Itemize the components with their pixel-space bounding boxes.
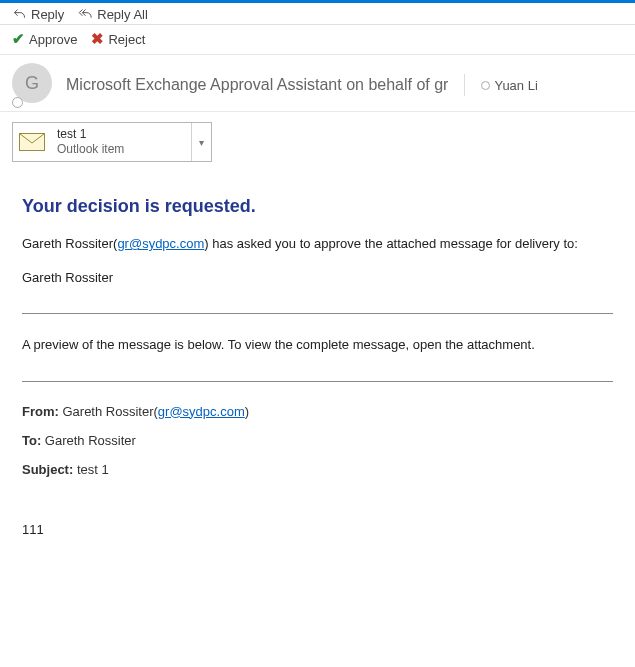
attachment-name: test 1 (57, 127, 185, 142)
toolbar: Reply Reply All (0, 3, 635, 25)
reply-all-button[interactable]: Reply All (78, 7, 148, 22)
delivery-recipient: Gareth Rossiter (22, 269, 613, 287)
reply-all-icon (78, 7, 93, 22)
reply-icon (12, 7, 27, 22)
presence-indicator-small (481, 81, 490, 90)
envelope-icon (13, 123, 51, 161)
divider (22, 381, 613, 382)
reply-button[interactable]: Reply (12, 7, 64, 22)
from-name-prefix: Gareth Rossiter( (59, 404, 158, 419)
avatar-wrap: G (12, 63, 56, 107)
avatar-initial: G (25, 73, 39, 94)
to-value: Gareth Rossiter (41, 433, 136, 448)
reply-all-label: Reply All (97, 7, 148, 22)
recipient-name: Yuan Li (494, 78, 537, 93)
approve-label: Approve (29, 32, 77, 47)
preview-from: From: Gareth Rossiter(gr@sydpc.com) (22, 404, 613, 419)
chevron-down-icon: ▾ (199, 137, 204, 148)
to-label: To: (22, 433, 41, 448)
decision-heading: Your decision is requested. (22, 196, 613, 217)
preview-content: 111 (22, 521, 613, 539)
subject-value: test 1 (73, 462, 108, 477)
requester-name: Gareth Rossiter( (22, 236, 117, 251)
divider (22, 313, 613, 314)
approve-button[interactable]: ✔ Approve (12, 30, 77, 48)
checkmark-icon: ✔ (12, 30, 25, 48)
from-email-link[interactable]: gr@sydpc.com (158, 404, 245, 419)
x-icon: ✖ (91, 30, 104, 48)
attachment-area: test 1 Outlook item ▾ (0, 112, 635, 172)
reject-label: Reject (108, 32, 145, 47)
from-label: From: (22, 404, 59, 419)
attachment-dropdown[interactable]: ▾ (191, 123, 211, 161)
message-header: G Microsoft Exchange Approval Assistant … (0, 55, 635, 112)
request-sentence: Gareth Rossiter(gr@sydpc.com) has asked … (22, 235, 613, 253)
preview-to: To: Gareth Rossiter (22, 433, 613, 448)
subject-label: Subject: (22, 462, 73, 477)
attachment-item[interactable]: test 1 Outlook item ▾ (12, 122, 212, 162)
preview-notice: A preview of the message is below. To vi… (22, 336, 613, 354)
vote-bar: ✔ Approve ✖ Reject (0, 25, 635, 55)
attachment-type: Outlook item (57, 142, 185, 157)
separator (464, 74, 465, 96)
from-line: Microsoft Exchange Approval Assistant on… (66, 76, 448, 94)
presence-indicator (12, 97, 23, 108)
message-body: Your decision is requested. Gareth Rossi… (0, 172, 635, 575)
from-name-suffix: ) (245, 404, 249, 419)
recipient-chip[interactable]: Yuan Li (481, 78, 537, 93)
attachment-text: test 1 Outlook item (51, 124, 191, 160)
requester-email-link[interactable]: gr@sydpc.com (117, 236, 204, 251)
request-suffix: ) has asked you to approve the attached … (204, 236, 578, 251)
reject-button[interactable]: ✖ Reject (91, 30, 145, 48)
reply-label: Reply (31, 7, 64, 22)
preview-subject: Subject: test 1 (22, 462, 613, 477)
